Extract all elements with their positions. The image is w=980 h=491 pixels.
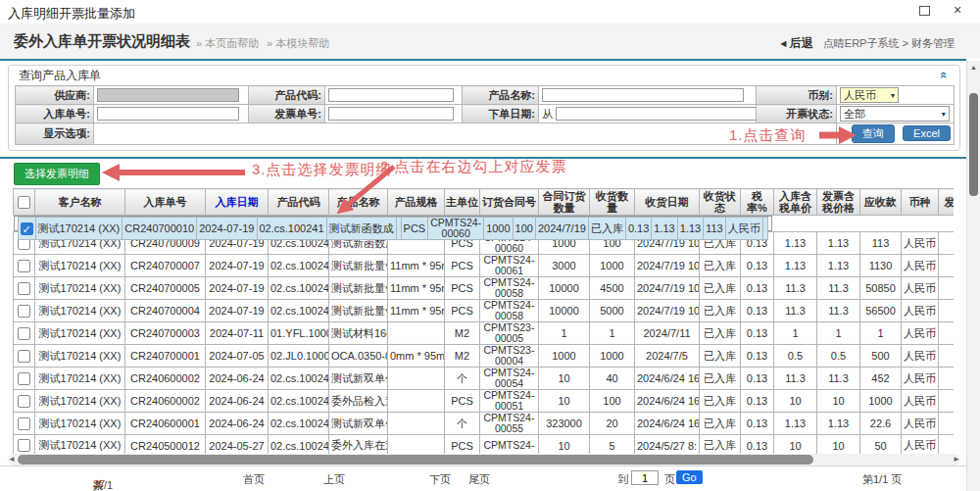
cell-currency: 人民币 — [902, 390, 939, 413]
col-currency[interactable]: 币种 — [902, 189, 939, 216]
cell-recv_qty: 5 — [590, 435, 635, 455]
row-checkbox[interactable]: ✓ — [21, 222, 33, 235]
row-checkbox[interactable] — [18, 260, 30, 272]
col-unit[interactable]: 主单位 — [445, 189, 480, 216]
row-checkbox[interactable] — [18, 305, 30, 318]
row-checkbox[interactable] — [18, 372, 30, 385]
col-in_price[interactable]: 入库含税单价 — [774, 189, 817, 216]
cell-contract_qty: 1000 — [539, 345, 590, 368]
horizontal-scroll-thumb[interactable] — [18, 455, 813, 465]
cell-recv_qty: 1000 — [590, 345, 635, 368]
table-row[interactable]: 测试170214 (XX)CR2406000022024-06-2402.cs.… — [14, 368, 955, 390]
table-row[interactable]: ✓测试170214 (XX)CR2407000102024-07-1902.cs… — [14, 216, 772, 231]
col-contract_no[interactable]: 订货合同号 — [480, 189, 539, 216]
col-entry_date[interactable]: 入库日期 — [206, 189, 269, 216]
col-check[interactable] — [14, 189, 35, 216]
cell-customer[interactable]: 测试170214 (XX) — [35, 277, 125, 300]
col-recv_qty[interactable]: 收货数量 — [590, 189, 635, 216]
table-row[interactable]: 测试170214 (XX)CR2407000032024-07-1101.YFL… — [14, 322, 955, 345]
scroll-up-icon[interactable]: ▲ — [970, 64, 977, 71]
cell-recv_qty: 4500 — [590, 277, 635, 300]
col-tax_rate[interactable]: 税率% — [741, 189, 774, 216]
entry-no-input[interactable] — [97, 107, 239, 121]
row-checkbox[interactable] — [18, 282, 30, 295]
col-inv_price[interactable]: 发票含税价格 — [817, 189, 860, 216]
cell-customer[interactable]: 测试170214 (XX) — [35, 435, 125, 455]
cell-in_price: 10 — [774, 390, 817, 413]
product-name-input[interactable] — [542, 88, 744, 102]
excel-button[interactable]: Excel — [903, 125, 951, 141]
cell-invoice_no — [939, 300, 955, 322]
scroll-left-icon[interactable]: ◄ — [8, 455, 16, 464]
scroll-right-icon[interactable]: ► — [953, 455, 960, 464]
cell-customer[interactable]: 测试170214 (XX) — [35, 300, 125, 322]
cell-customer[interactable]: 测试170214 (XX) — [35, 413, 125, 435]
horizontal-scrollbar[interactable]: ◄ ► — [8, 454, 960, 466]
invoice-no-input[interactable] — [328, 107, 454, 121]
row-checkbox[interactable] — [18, 417, 30, 430]
currency-select[interactable]: 人民币▾ — [840, 87, 899, 103]
product-code-input[interactable] — [328, 88, 454, 102]
cell-in_price: 1 — [774, 322, 817, 345]
cell-customer[interactable]: 测试170214 (XX) — [35, 345, 125, 368]
cell-invoice_no — [939, 413, 955, 435]
col-invoice_no[interactable]: 发票单号 — [939, 189, 955, 216]
collapse-icon[interactable]: « — [937, 72, 952, 78]
help-page-link[interactable]: » 本页面帮助 — [196, 36, 259, 51]
select-all-checkbox[interactable] — [18, 196, 30, 209]
table-row[interactable]: 测试170214 (XX)CR2406000022024-06-2402.cs.… — [14, 390, 955, 413]
cell-customer[interactable]: 测试170214 (XX) — [35, 218, 122, 240]
table-row[interactable]: 测试170214 (XX)CR2406000012024-06-2402.cs.… — [14, 413, 955, 435]
help-module-link[interactable]: » 本模块帮助 — [267, 36, 329, 51]
cell-customer[interactable]: 测试170214 (XX) — [35, 368, 125, 390]
supplier-input[interactable] — [97, 88, 239, 102]
cell-customer[interactable]: 测试170214 (XX) — [35, 322, 125, 345]
table-row[interactable]: 测试170214 (XX)CR2407000052024-07-1902.cs.… — [14, 277, 955, 300]
col-entry_no[interactable]: 入库单号 — [125, 189, 206, 216]
col-spec[interactable]: 产品规格 — [388, 189, 445, 216]
table-row[interactable]: 测试170214 (XX)CR2407000042024-07-1902.cs.… — [14, 300, 955, 322]
row-checkbox[interactable] — [18, 327, 30, 340]
vertical-scroll-thumb[interactable] — [969, 93, 978, 196]
search-button[interactable]: 查询 — [852, 124, 895, 143]
cell-customer[interactable]: 测试170214 (XX) — [35, 255, 125, 277]
col-product_code[interactable]: 产品代码 — [269, 189, 329, 216]
table-row[interactable]: 测试170214 (XX)CR2407000072024-07-1902.cs.… — [14, 255, 955, 277]
date-from-input[interactable] — [556, 107, 756, 121]
col-recv_date[interactable]: 收货日期 — [635, 189, 700, 216]
select-invoice-detail-button[interactable]: 选择发票明细 — [14, 163, 100, 185]
next-page-link[interactable]: 下页 — [429, 472, 451, 487]
cell-product_name: 测试新批量领 — [329, 277, 388, 300]
table-row[interactable]: 测试170214 (XX)CR2407000012024-07-0502.JL0… — [14, 345, 955, 368]
cell-recv_date: 2024/6/24 16 — [635, 368, 700, 390]
table-row[interactable]: 测试170214 (XX)CR2405000122024-05-2702.cs.… — [14, 435, 955, 455]
col-recv_status[interactable]: 收货状态 — [700, 189, 741, 216]
cell-entry_no: CR240500012 — [125, 435, 206, 455]
col-customer[interactable]: 客户名称 — [35, 189, 125, 216]
prev-page-link[interactable]: 上页 — [323, 472, 345, 487]
first-page-link[interactable]: 首页 — [243, 472, 265, 487]
cell-product_code: 02.cs.100244 — [269, 413, 329, 435]
row-checkbox[interactable] — [18, 350, 30, 363]
page-header: 委外入库单开票状况明细表 » 本页面帮助 » 本模块帮助 ◀ 后退点晴ERP子系… — [0, 24, 980, 59]
back-button[interactable]: ◀ 后退 — [780, 36, 813, 50]
row-checkbox[interactable] — [18, 439, 30, 452]
cell-unit: M2 — [445, 345, 480, 368]
invoice-status-select[interactable]: 全部▾ — [840, 106, 950, 122]
cell-customer[interactable]: 测试170214 (XX) — [35, 390, 125, 413]
col-receivable[interactable]: 应收款 — [860, 189, 902, 216]
breadcrumb[interactable]: 点晴ERP子系统 > 财务管理 — [823, 37, 955, 49]
cell-recv_date: 2024/7/5 — [635, 345, 700, 368]
page-number-input[interactable] — [631, 470, 659, 485]
cell-spec — [388, 413, 445, 435]
col-contract_qty[interactable]: 合同订货数量 — [539, 189, 590, 216]
col-product_name[interactable]: 产品名称 — [329, 189, 388, 216]
maximize-button[interactable] — [919, 6, 930, 16]
row-checkbox[interactable] — [18, 395, 30, 408]
go-button[interactable]: Go — [676, 470, 703, 484]
close-button[interactable]: × — [954, 3, 961, 17]
vertical-scrollbar[interactable]: ▲ — [966, 61, 980, 491]
cell-inv_price: 11.3 — [817, 368, 860, 390]
last-page-link[interactable]: 尾页 — [468, 472, 490, 487]
cell-recv_qty: 1000 — [590, 255, 635, 277]
